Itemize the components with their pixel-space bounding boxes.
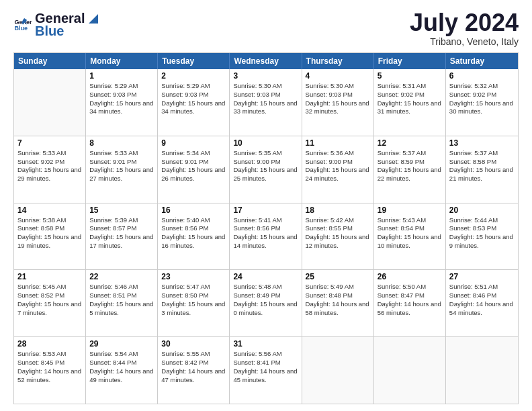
daylight-line: Daylight: 15 hours and 24 minutes. [306,166,370,183]
day-number: 20 [449,205,515,215]
header: General Blue General Blue July 2024 Trib… [13,11,519,47]
day-number: 16 [161,205,226,215]
day-number: 23 [161,272,226,281]
cal-cell-3-4: 25 Sunrise: 5:49 AM Sunset: 8:48 PM Dayl… [302,270,374,336]
week-row-4: 21 Sunrise: 5:45 AM Sunset: 8:52 PM Dayl… [14,270,518,337]
header-friday: Friday [374,53,446,69]
sunset-line: Sunset: 9:01 PM [161,158,226,167]
daylight-line: Daylight: 15 hours and 9 minutes. [449,233,515,250]
sunset-line: Sunset: 8:41 PM [233,359,298,367]
day-number: 24 [233,272,298,281]
calendar-header: Sunday Monday Tuesday Wednesday Thursday… [14,53,518,69]
sunrise-line: Sunrise: 5:53 AM [17,350,82,359]
sunset-line: Sunset: 8:44 PM [89,359,154,367]
header-wednesday: Wednesday [230,53,302,69]
day-number: 29 [89,339,154,349]
header-sunday: Sunday [14,53,86,69]
day-number: 28 [17,339,82,349]
sunset-line: Sunset: 9:01 PM [89,158,154,167]
week-row-1: 1 Sunrise: 5:29 AM Sunset: 9:03 PM Dayli… [14,69,518,136]
header-monday: Monday [86,53,158,69]
week-row-3: 14 Sunrise: 5:38 AM Sunset: 8:58 PM Dayl… [14,203,518,271]
sunset-line: Sunset: 8:57 PM [89,224,154,233]
daylight-line: Daylight: 15 hours and 14 minutes. [233,233,298,250]
day-number: 15 [89,205,154,215]
daylight-line: Daylight: 15 hours and 21 minutes. [449,166,515,183]
daylight-line: Daylight: 14 hours and 54 minutes. [449,300,515,318]
cal-cell-1-3: 10 Sunrise: 5:35 AM Sunset: 9:00 PM Dayl… [230,136,302,203]
cal-cell-1-6: 13 Sunrise: 5:37 AM Sunset: 8:58 PM Dayl… [446,136,518,203]
sunrise-line: Sunrise: 5:44 AM [449,216,515,225]
daylight-line: Daylight: 15 hours and 3 minutes. [161,300,226,318]
sunset-line: Sunset: 8:50 PM [161,291,226,300]
cal-cell-2-3: 17 Sunrise: 5:41 AM Sunset: 8:56 PM Dayl… [230,203,302,270]
cal-cell-4-6 [446,337,518,404]
sunrise-line: Sunrise: 5:43 AM [378,216,442,225]
sunset-line: Sunset: 8:55 PM [306,224,370,233]
sunset-line: Sunset: 8:54 PM [378,224,442,233]
sunrise-line: Sunrise: 5:31 AM [378,82,442,91]
daylight-line: Daylight: 15 hours and 22 minutes. [378,166,442,183]
sunset-line: Sunset: 9:00 PM [233,158,298,167]
sunrise-line: Sunrise: 5:34 AM [161,149,226,158]
daylight-line: Daylight: 15 hours and 33 minutes. [233,99,298,117]
sunrise-line: Sunrise: 5:56 AM [233,350,298,359]
day-number: 13 [449,138,515,148]
daylight-line: Daylight: 15 hours and 17 minutes. [89,233,154,250]
sunset-line: Sunset: 8:56 PM [233,224,298,233]
title-block: July 2024 Tribano, Veneto, Italy [410,11,519,47]
sunrise-line: Sunrise: 5:30 AM [233,82,298,91]
sunset-line: Sunset: 8:45 PM [17,359,82,367]
logo-triangle [86,11,101,26]
header-thursday: Thursday [302,53,374,69]
day-number: 2 [161,71,226,81]
sunrise-line: Sunrise: 5:30 AM [306,82,370,91]
cal-cell-2-5: 19 Sunrise: 5:43 AM Sunset: 8:54 PM Dayl… [374,203,446,270]
calendar-body: 1 Sunrise: 5:29 AM Sunset: 9:03 PM Dayli… [14,69,518,404]
sunset-line: Sunset: 8:52 PM [17,291,82,300]
sunrise-line: Sunrise: 5:41 AM [233,216,298,225]
daylight-line: Daylight: 14 hours and 58 minutes. [306,300,370,318]
sunset-line: Sunset: 8:56 PM [161,224,226,233]
daylight-line: Daylight: 14 hours and 45 minutes. [233,367,298,385]
day-number: 12 [378,138,442,148]
cal-cell-4-3: 31 Sunrise: 5:56 AM Sunset: 8:41 PM Dayl… [230,337,302,404]
cal-cell-0-5: 5 Sunrise: 5:31 AM Sunset: 9:02 PM Dayli… [374,69,446,136]
week-row-5: 28 Sunrise: 5:53 AM Sunset: 8:45 PM Dayl… [14,337,518,404]
day-number: 27 [449,272,515,281]
day-number: 7 [17,138,82,148]
logo: General Blue General Blue [13,11,101,39]
sunset-line: Sunset: 8:42 PM [161,359,226,367]
cal-cell-3-2: 23 Sunrise: 5:47 AM Sunset: 8:50 PM Dayl… [158,270,230,336]
cal-cell-0-3: 3 Sunrise: 5:30 AM Sunset: 9:03 PM Dayli… [230,69,302,136]
sunrise-line: Sunrise: 5:42 AM [306,216,370,225]
daylight-line: Daylight: 15 hours and 32 minutes. [306,99,370,117]
day-number: 8 [89,138,154,148]
cal-cell-3-0: 21 Sunrise: 5:45 AM Sunset: 8:52 PM Dayl… [14,270,86,336]
logo-icon: General Blue [13,15,32,34]
cal-cell-1-2: 9 Sunrise: 5:34 AM Sunset: 9:01 PM Dayli… [158,136,230,203]
cal-cell-3-1: 22 Sunrise: 5:46 AM Sunset: 8:51 PM Dayl… [86,270,158,336]
daylight-line: Daylight: 15 hours and 10 minutes. [378,233,442,250]
location: Tribano, Veneto, Italy [410,36,519,47]
cal-cell-3-3: 24 Sunrise: 5:48 AM Sunset: 8:49 PM Dayl… [230,270,302,336]
daylight-line: Daylight: 15 hours and 5 minutes. [89,300,154,318]
cal-cell-2-4: 18 Sunrise: 5:42 AM Sunset: 8:55 PM Dayl… [302,203,374,270]
cal-cell-0-0 [14,69,86,136]
cal-cell-1-0: 7 Sunrise: 5:33 AM Sunset: 9:02 PM Dayli… [14,136,86,203]
sunrise-line: Sunrise: 5:47 AM [161,283,226,291]
day-number: 21 [17,272,82,281]
sunset-line: Sunset: 9:03 PM [161,91,226,99]
sunset-line: Sunset: 9:03 PM [89,91,154,99]
sunrise-line: Sunrise: 5:55 AM [161,350,226,359]
day-number: 25 [306,272,370,281]
day-number: 18 [306,205,370,215]
day-number: 9 [161,138,226,148]
day-number: 5 [378,71,442,81]
page: General Blue General Blue July 2024 Trib… [0,0,532,411]
sunset-line: Sunset: 9:03 PM [233,91,298,99]
day-number: 11 [306,138,370,148]
cal-cell-4-2: 30 Sunrise: 5:55 AM Sunset: 8:42 PM Dayl… [158,337,230,404]
sunset-line: Sunset: 8:51 PM [89,291,154,300]
day-number: 17 [233,205,298,215]
